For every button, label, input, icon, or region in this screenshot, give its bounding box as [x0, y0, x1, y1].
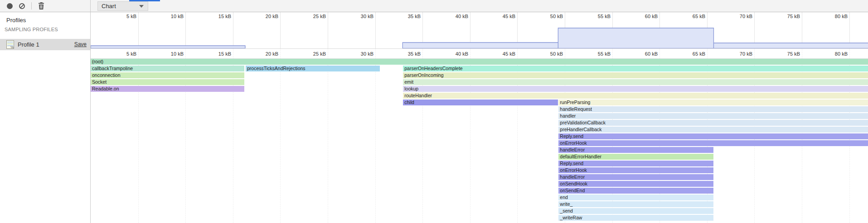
- ruler-tick-label: 55 kB: [586, 51, 611, 57]
- flame-frame-Reply.send[interactable]: Reply.send: [558, 133, 868, 139]
- flame-frame-processTicksAndRejections[interactable]: processTicksAndRejections: [246, 66, 380, 71]
- flame-frame-_writeRaw[interactable]: _writeRaw: [558, 215, 713, 221]
- ruler-tick-label: 15 kB: [206, 51, 231, 57]
- flame-frame-callbackTrampoline[interactable]: callbackTrampoline: [91, 66, 244, 71]
- ruler-tick-label: 75 kB: [775, 14, 800, 19]
- sidebar-title: Profiles: [6, 17, 26, 24]
- flame-frame-write_[interactable]: write_: [558, 201, 713, 207]
- ruler-tick-label: 5 kB: [112, 51, 136, 57]
- ruler-tick-label: 20 kB: [253, 51, 278, 57]
- save-profile-link[interactable]: Save: [74, 41, 87, 47]
- flame-frame-handleError[interactable]: handleError: [558, 147, 713, 153]
- ruler-tick-label: 35 kB: [396, 51, 421, 57]
- ruler-tick-label: 65 kB: [680, 51, 705, 57]
- ruler-tick-label: 70 kB: [727, 51, 752, 57]
- ruler-tick-label: 60 kB: [633, 14, 658, 19]
- flame-frame-emit[interactable]: emit: [403, 79, 868, 85]
- flame-frame-defaultErrorHandler[interactable]: defaultErrorHandler: [558, 154, 713, 160]
- ruler-tick-label: 30 kB: [349, 14, 373, 19]
- flame-frame-onSendHook[interactable]: onSendHook: [558, 181, 713, 187]
- ruler-tick-label: 45 kB: [490, 14, 515, 19]
- memory-overview-chart[interactable]: [91, 20, 868, 48]
- flame-frame-parserOnIncoming[interactable]: parserOnIncoming: [403, 72, 868, 78]
- flame-frame-onErrorHook[interactable]: onErrorHook: [558, 167, 713, 173]
- sampling-profiles-section-label: SAMPLING PROFILES: [5, 27, 58, 32]
- gridline: [328, 49, 328, 223]
- flame-frame-_send[interactable]: _send: [558, 208, 713, 214]
- ruler-tick-label: 60 kB: [633, 51, 658, 57]
- flame-frame-end[interactable]: end: [558, 195, 713, 200]
- ruler-tick-label: 65 kB: [680, 14, 705, 19]
- view-mode-value: Chart: [102, 3, 116, 9]
- profiles-sidebar: Profiles SAMPLING PROFILES % Profile 1 S…: [0, 12, 91, 223]
- flame-frame-onconnection[interactable]: onconnection: [91, 72, 244, 78]
- flame-frame-preValidationCallback[interactable]: preValidationCallback: [558, 120, 868, 126]
- ruler-tick-label: 15 kB: [206, 14, 231, 19]
- flame-frame-onSendEnd[interactable]: onSendEnd: [558, 188, 713, 194]
- flame-frame-parserOnHeadersComplete[interactable]: parserOnHeadersComplete: [403, 66, 868, 71]
- profile-name: Profile 1: [18, 41, 39, 48]
- view-mode-select[interactable]: Chart: [97, 1, 148, 11]
- ruler-tick-label: 10 kB: [159, 51, 184, 57]
- pane-separator: [91, 48, 868, 49]
- ruler-tick-label: 75 kB: [775, 51, 800, 57]
- ruler-tick-label: 50 kB: [538, 14, 563, 19]
- sidebar-item-profile-1[interactable]: % Profile 1 Save: [0, 39, 90, 50]
- ruler-tick-label: 10 kB: [159, 14, 184, 19]
- flame-frame-runPreParsing[interactable]: runPreParsing: [558, 100, 868, 105]
- flame-frame-Socket[interactable]: Socket: [91, 79, 244, 85]
- ruler-tick-label: 50 kB: [538, 51, 563, 57]
- ruler-tick-label: 45 kB: [490, 51, 515, 57]
- ruler-tick-label: 40 kB: [443, 51, 468, 57]
- record-icon[interactable]: [7, 3, 13, 9]
- clear-all-icon[interactable]: [19, 3, 25, 9]
- gridline: [280, 49, 281, 223]
- profiler-toolbar: Chart: [0, 0, 868, 12]
- ruler-tick-label: 30 kB: [349, 51, 373, 57]
- flame-frame-root[interactable]: (root): [91, 59, 868, 65]
- flame-chart-pane: 5 kB10 kB15 kB20 kB25 kB30 kB35 kB40 kB4…: [91, 12, 868, 223]
- ruler-tick-label: 80 kB: [823, 51, 848, 57]
- flame-frame-onErrorHook[interactable]: onErrorHook: [558, 140, 868, 146]
- flame-frame-handleRequest[interactable]: handleRequest: [558, 106, 868, 112]
- chevron-down-icon: [139, 5, 144, 8]
- ruler-tick-label: 5 kB: [112, 14, 136, 19]
- toolbar-button-group: [0, 0, 91, 12]
- flame-frame-routeHandler[interactable]: routeHandler: [403, 93, 868, 99]
- flame-frame-child[interactable]: child: [403, 100, 558, 105]
- ruler-tick-label: 70 kB: [727, 14, 752, 19]
- flame-frame-handleError[interactable]: handleError: [558, 174, 713, 180]
- ruler-tick-label: 20 kB: [253, 14, 278, 19]
- ruler-tick-label: 55 kB: [586, 14, 611, 19]
- flame-frame-lookup[interactable]: lookup: [403, 86, 868, 92]
- ruler-tick-label: 35 kB: [396, 14, 421, 19]
- gridline: [375, 49, 376, 223]
- flame-frame-Reply.send[interactable]: Reply.send: [558, 161, 713, 166]
- ruler-tick-label: 25 kB: [301, 14, 326, 19]
- trash-icon[interactable]: [38, 2, 44, 9]
- ruler-tick-label: 40 kB: [443, 14, 468, 19]
- overview-area-path: [91, 28, 868, 48]
- flame-frame-handler[interactable]: handler: [558, 113, 868, 119]
- toolbar-separator: [31, 2, 32, 9]
- profile-document-icon: %: [6, 40, 14, 49]
- flame-frame-preHandlerCallback[interactable]: preHandlerCallback: [558, 127, 868, 133]
- ruler-tick-label: 25 kB: [301, 51, 326, 57]
- flame-frame-Readable.on[interactable]: Readable.on: [91, 86, 244, 92]
- heap-profiler-panel: Chart Profiles SAMPLING PROFILES % Profi…: [0, 0, 868, 223]
- ruler-tick-label: 80 kB: [823, 14, 848, 19]
